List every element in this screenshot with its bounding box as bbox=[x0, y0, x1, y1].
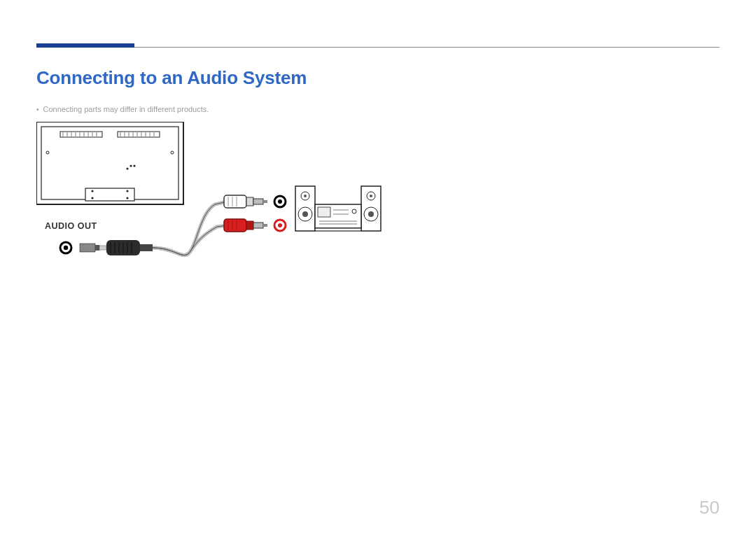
audio-cable-icon bbox=[153, 202, 227, 255]
stereo-system-icon bbox=[295, 186, 381, 231]
svg-rect-58 bbox=[246, 221, 253, 230]
svg-point-72 bbox=[368, 211, 374, 217]
svg-rect-50 bbox=[253, 199, 263, 204]
svg-point-53 bbox=[278, 199, 282, 204]
svg-rect-35 bbox=[95, 245, 99, 251]
svg-point-24 bbox=[130, 164, 132, 167]
svg-rect-45 bbox=[224, 195, 246, 208]
svg-point-26 bbox=[126, 167, 128, 169]
svg-point-25 bbox=[133, 164, 135, 167]
svg-point-22 bbox=[46, 151, 49, 154]
header-rule bbox=[36, 47, 720, 48]
svg-point-33 bbox=[64, 246, 68, 250]
svg-rect-51 bbox=[263, 200, 267, 203]
svg-rect-75 bbox=[315, 228, 361, 231]
rca-red-plug-icon bbox=[224, 219, 286, 232]
svg-point-65 bbox=[304, 195, 307, 197]
svg-point-23 bbox=[171, 151, 174, 154]
svg-point-31 bbox=[126, 197, 128, 199]
bullet-icon: • bbox=[36, 106, 39, 113]
aux-plug-icon bbox=[80, 240, 153, 255]
svg-rect-2 bbox=[60, 132, 102, 137]
svg-rect-74 bbox=[318, 207, 330, 217]
svg-rect-3 bbox=[118, 132, 160, 137]
audio-out-jack-icon bbox=[60, 242, 71, 253]
svg-rect-60 bbox=[263, 224, 267, 227]
svg-point-28 bbox=[91, 190, 93, 192]
svg-point-30 bbox=[91, 197, 93, 199]
section-title: Connecting to an Audio System bbox=[36, 67, 307, 89]
connection-diagram bbox=[36, 122, 428, 304]
header-accent-bar bbox=[36, 43, 134, 48]
svg-rect-54 bbox=[224, 219, 246, 232]
rca-white-plug-icon bbox=[224, 195, 286, 208]
note-text: Connecting parts may differ in different… bbox=[43, 105, 209, 113]
note-row: • Connecting parts may differ in differe… bbox=[36, 105, 209, 113]
svg-point-67 bbox=[302, 211, 308, 217]
svg-point-76 bbox=[352, 209, 356, 213]
svg-point-70 bbox=[370, 195, 372, 197]
display-device-icon bbox=[36, 122, 183, 204]
svg-point-62 bbox=[278, 223, 282, 227]
svg-rect-34 bbox=[80, 244, 95, 252]
svg-rect-44 bbox=[140, 244, 153, 251]
svg-rect-49 bbox=[246, 197, 253, 206]
svg-point-29 bbox=[126, 190, 128, 192]
svg-rect-36 bbox=[99, 246, 106, 250]
page-number: 50 bbox=[699, 497, 720, 519]
svg-rect-59 bbox=[253, 223, 263, 228]
